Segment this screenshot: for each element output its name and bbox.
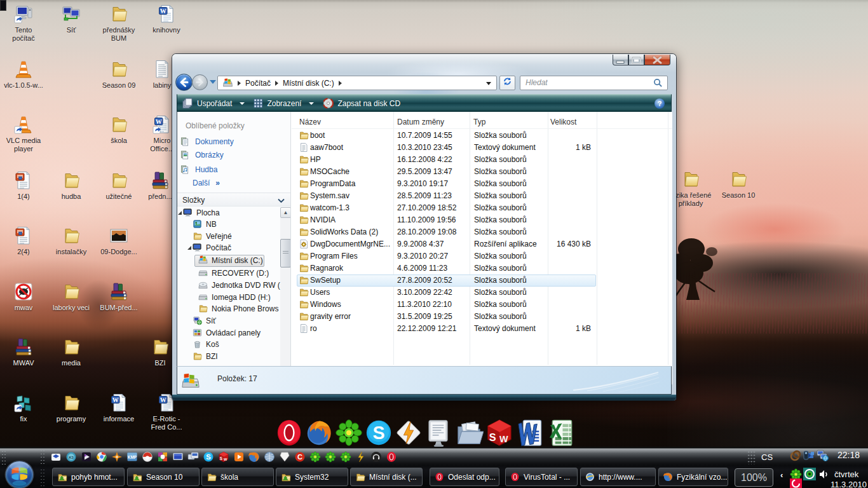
svg-text:K3: K3 [69, 456, 74, 459]
svg-text:KMP: KMP [127, 455, 137, 459]
svg-text:C: C [297, 453, 302, 461]
